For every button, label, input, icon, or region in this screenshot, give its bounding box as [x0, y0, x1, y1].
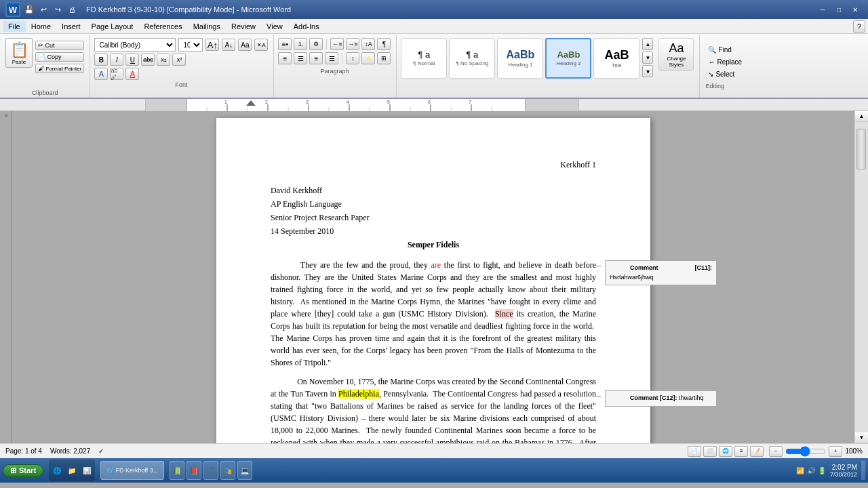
taskbar-app7[interactable]: 💻	[237, 461, 252, 480]
multilevel-list-button[interactable]: ⚙	[309, 38, 323, 50]
change-styles-icon: Aa	[669, 41, 684, 56]
title-label: Title	[612, 62, 622, 68]
undo-button[interactable]: ↩	[37, 3, 50, 16]
svg-text:5: 5	[387, 100, 390, 104]
taskbar-ie[interactable]: 🌐	[50, 461, 64, 480]
select-icon: ↘	[708, 70, 713, 78]
sort-button[interactable]: ↕A	[361, 38, 375, 50]
font-color-button[interactable]: A	[125, 68, 139, 80]
numbering-button[interactable]: 1.	[294, 38, 307, 50]
text-effects-button[interactable]: A	[94, 68, 108, 80]
volume-icon: 🔊	[807, 467, 815, 474]
title-text: FD Kerkhoff 3 (9-30-10) [Compatibility M…	[86, 5, 291, 14]
scroll-track[interactable]	[855, 122, 868, 432]
doc-scroll-area[interactable]: Kerkhoff 1 David Kerkhoff AP English Lan…	[12, 111, 854, 443]
style-normal[interactable]: ¶ a ¶ Normal	[401, 38, 447, 79]
align-right-button[interactable]: ≡	[309, 52, 323, 64]
print-button[interactable]: 🖨	[66, 3, 78, 16]
style-no-spacing[interactable]: ¶ a ¶ No Spacing	[449, 38, 495, 79]
menu-page-layout[interactable]: Page Layout	[86, 21, 139, 32]
taskbar-acrobat[interactable]: 📕	[186, 461, 201, 480]
scroll-up-button[interactable]: ▲	[855, 111, 868, 122]
grow-font-button[interactable]: A↑	[205, 39, 219, 51]
style-heading1[interactable]: AaBb Heading 1	[497, 38, 543, 79]
word-app-label: FD Kerkhoff 3...	[116, 467, 159, 474]
menu-view[interactable]: View	[261, 21, 288, 32]
select-button[interactable]: ↘ Select	[705, 69, 745, 79]
menu-home[interactable]: Home	[26, 21, 56, 32]
print-view-button[interactable]: 📄	[688, 446, 701, 457]
gallery-down-button[interactable]: ▼	[642, 52, 653, 64]
decrease-indent-button[interactable]: ←≡	[330, 38, 344, 50]
copy-button[interactable]: 📄 Copy	[35, 52, 84, 62]
scroll-thumb[interactable]	[856, 129, 866, 169]
replace-button[interactable]: ↔ Replace	[705, 57, 745, 67]
svg-rect-2	[526, 99, 578, 111]
save-button[interactable]: 💾	[23, 3, 35, 16]
clear-format-button[interactable]: ✕A	[254, 39, 268, 51]
border-button[interactable]: ⊞	[377, 52, 391, 64]
strikethrough-button[interactable]: abc	[141, 54, 155, 66]
justify-button[interactable]: ☰	[325, 52, 338, 64]
outline-view-button[interactable]: ≡	[734, 446, 748, 457]
web-view-button[interactable]: 🌐	[719, 446, 732, 457]
show-hide-button[interactable]: ¶	[377, 38, 391, 50]
header-text: Kerkhoff 1	[560, 160, 596, 169]
taskbar-itunes[interactable]: 🎵	[203, 461, 218, 480]
line-spacing-button[interactable]: ↕	[346, 52, 359, 64]
draft-view-button[interactable]: 📝	[750, 446, 764, 457]
paste-button[interactable]: 📋 Paste	[5, 38, 33, 68]
underline-button[interactable]: U	[125, 54, 139, 66]
close-button[interactable]: ✕	[848, 3, 863, 16]
full-screen-button[interactable]: ⬜	[703, 446, 717, 457]
shading-button[interactable]: A	[361, 52, 375, 64]
zoom-in-button[interactable]: +	[829, 446, 842, 457]
taskbar-app6[interactable]: 🎭	[220, 461, 235, 480]
style-title[interactable]: AaB Title	[593, 38, 639, 79]
cut-button[interactable]: ✂ Cut	[35, 41, 84, 50]
start-button[interactable]: ⊞ Start	[3, 464, 43, 477]
menu-mailings[interactable]: Mailings	[188, 21, 226, 32]
taskbar-word-app[interactable]: W FD Kerkhoff 3...	[100, 461, 164, 480]
text-highlight-button[interactable]: ab🖊	[110, 68, 123, 80]
font-face-select[interactable]: Calibri (Body)	[94, 38, 176, 52]
bullets-button[interactable]: ≡•	[278, 38, 292, 50]
zoom-slider[interactable]	[785, 446, 826, 457]
taskbar-powerpoint[interactable]: 📊	[80, 461, 94, 480]
gallery-up-button[interactable]: ▲	[642, 38, 653, 50]
superscript-button[interactable]: x²	[172, 54, 186, 66]
taskbar-explorer[interactable]: 📁	[65, 461, 79, 480]
style-heading2[interactable]: AaBb Heading 2	[545, 38, 591, 79]
gallery-more-button[interactable]: ▾	[642, 65, 653, 77]
font-label: Font	[94, 81, 268, 88]
bold-button[interactable]: B	[94, 54, 108, 66]
change-styles-button[interactable]: Aa Change Styles	[658, 38, 694, 71]
menu-bar: File Home Insert Page Layout References …	[0, 19, 868, 34]
change-case-button[interactable]: Aa	[238, 39, 252, 51]
menu-review[interactable]: Review	[226, 21, 261, 32]
svg-rect-1	[146, 99, 186, 111]
maximize-button[interactable]: □	[831, 3, 846, 16]
menu-insert[interactable]: Insert	[56, 21, 86, 32]
taskbar-excel[interactable]: 📗	[170, 461, 184, 480]
font-size-select[interactable]: 10	[178, 38, 203, 52]
minimize-button[interactable]: ─	[815, 3, 830, 16]
menu-references[interactable]: References	[138, 21, 187, 32]
shrink-font-button[interactable]: A↓	[222, 39, 235, 51]
menu-add-ins[interactable]: Add-Ins	[288, 21, 325, 32]
menu-file[interactable]: File	[3, 21, 26, 32]
subscript-button[interactable]: x₂	[157, 54, 170, 66]
format-painter-button[interactable]: 🖌 Format Painter	[35, 64, 84, 73]
find-button[interactable]: 🔍 Find	[705, 45, 745, 55]
word-logo: W	[5, 2, 20, 17]
align-center-button[interactable]: ☰	[294, 52, 307, 64]
doc-nav-icon: ≡	[3, 114, 9, 117]
show-desktop-button[interactable]	[861, 461, 865, 480]
align-left-button[interactable]: ≡	[278, 52, 292, 64]
redo-button[interactable]: ↪	[52, 3, 64, 16]
help-button[interactable]: ?	[853, 20, 865, 33]
italic-button[interactable]: I	[110, 54, 123, 66]
increase-indent-button[interactable]: →≡	[346, 38, 359, 50]
scroll-down-button[interactable]: ▼	[855, 432, 868, 443]
zoom-out-button[interactable]: −	[769, 446, 783, 457]
